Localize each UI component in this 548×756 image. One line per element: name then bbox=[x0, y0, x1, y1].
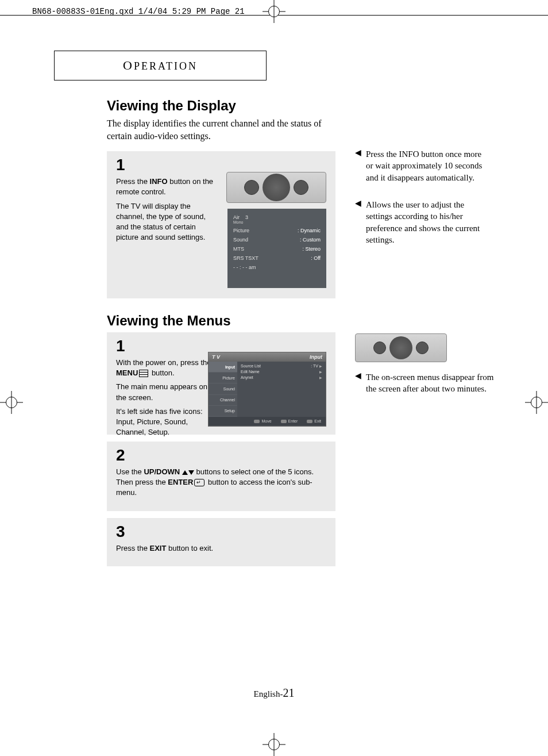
remote-btn-icon bbox=[416, 341, 429, 354]
step-box-menu-1: 1 With the power on, press the MENU butt… bbox=[107, 332, 335, 435]
osd-mono: Mono bbox=[233, 220, 248, 224]
menu-side-channel: Channel bbox=[209, 395, 237, 406]
m1-post: button. bbox=[149, 369, 174, 377]
registration-mark-bottom bbox=[263, 733, 285, 756]
osd-sound-v: : Custom bbox=[300, 237, 321, 243]
note-arrow-icon: ◀ bbox=[355, 148, 361, 183]
step-text-menu-2: Use the UP/DOWN buttons to select one of… bbox=[116, 467, 326, 498]
osd-picture-v: : Dynamic bbox=[298, 228, 321, 233]
note-arrow-icon: ◀ bbox=[355, 371, 361, 395]
osd-sound-k: Sound bbox=[233, 237, 248, 243]
side-notes-display: ◀ Press the INFO button once more or wai… bbox=[355, 148, 491, 191]
updown-icon bbox=[182, 467, 194, 476]
section-header-box: OPERATION bbox=[54, 51, 267, 80]
note-menus-1: The on-screen menus disappear from the s… bbox=[366, 371, 504, 395]
page-footer: English-21 bbox=[0, 686, 548, 700]
remote-btn-icon bbox=[373, 341, 386, 354]
remote-dpad-icon bbox=[389, 336, 412, 359]
step-text-menu-1: With the power on, press the MENU button… bbox=[116, 358, 219, 438]
chevron-right-icon: ▶ bbox=[319, 375, 322, 379]
note-arrow-icon: ◀ bbox=[355, 199, 361, 245]
registration-mark-top bbox=[263, 0, 285, 23]
step-box-display-1: 1 Press the INFO button on the remote co… bbox=[107, 151, 335, 298]
m1-pre: With the power on, press the bbox=[116, 358, 211, 367]
m3-pre: Press the bbox=[116, 544, 150, 552]
step1-pre: Press the bbox=[116, 177, 150, 186]
side-notes-display-2: ◀ Allows the user to adjust the settings… bbox=[355, 199, 491, 254]
m3-post: button to exit. bbox=[166, 544, 213, 552]
remote-dpad-icon bbox=[263, 174, 290, 201]
osd-picture-k: Picture bbox=[233, 228, 249, 233]
heading-viewing-display: Viewing the Display bbox=[107, 98, 503, 114]
menu-row-sourcelist-val: : TV bbox=[311, 364, 318, 368]
step-number-m2: 2 bbox=[116, 447, 326, 463]
osd-srs-k: SRS TSXT bbox=[233, 255, 258, 261]
registration-mark-right bbox=[525, 391, 548, 414]
menu-row-sourcelist: Source List bbox=[241, 364, 261, 368]
step-box-menu-3: 3 Press the EXIT button to exit. bbox=[107, 518, 335, 566]
m1-line2: The main menu appears on the screen. bbox=[116, 382, 219, 402]
osd-air-label: Air bbox=[233, 214, 240, 220]
menu-footer-exit: Exit bbox=[307, 419, 321, 423]
m1-line3: It's left side has five icons: Input, Pi… bbox=[116, 406, 219, 438]
step1-bold: INFO bbox=[150, 177, 168, 186]
remote-btn-icon bbox=[244, 180, 259, 195]
section-header-label: OPERATION bbox=[123, 58, 198, 73]
registration-mark-left bbox=[0, 391, 23, 414]
menu-side-picture: Picture bbox=[209, 373, 237, 383]
menu-footer-enter: Enter bbox=[281, 419, 298, 423]
step-box-menu-2: 2 Use the UP/DOWN buttons to select one … bbox=[107, 442, 335, 511]
side-notes-menus: ◀ The on-screen menus disappear from the… bbox=[355, 371, 504, 403]
menu-side-input: Input bbox=[209, 362, 237, 373]
footer-page: 21 bbox=[283, 686, 294, 699]
enter-icon bbox=[194, 479, 204, 486]
chevron-right-icon: ▶ bbox=[319, 370, 322, 374]
remote-diagram bbox=[226, 172, 326, 203]
m2-pre: Use the bbox=[116, 467, 144, 476]
chevron-right-icon: ▶ bbox=[319, 364, 322, 368]
step-number-m3: 3 bbox=[116, 524, 326, 540]
intro-viewing-display: The display identifies the current chann… bbox=[107, 117, 331, 142]
step-text-menu-3: Press the EXIT button to exit. bbox=[116, 543, 326, 554]
step-number-1: 1 bbox=[116, 157, 326, 173]
note-display-1: Press the INFO button once more or wait … bbox=[366, 148, 491, 183]
menu-side-setup: Setup bbox=[209, 406, 237, 417]
step1-line2: The TV will display the channel, the typ… bbox=[116, 201, 219, 243]
menu-footer-move: Move bbox=[254, 419, 271, 423]
osd-srs-v: : Off bbox=[311, 255, 321, 261]
osd-info-panel: Air 3 Mono Picture: Dynamic Sound: Custo… bbox=[227, 209, 326, 288]
remote-diagram-small bbox=[355, 333, 447, 362]
menu-side-sound: Sound bbox=[209, 383, 237, 394]
remote-btn-icon bbox=[294, 180, 308, 195]
menu-row-editname: Edit Name bbox=[241, 370, 260, 374]
menu-osd-panel: T V Input Input Picture Sound Channel Se… bbox=[208, 352, 326, 427]
menu-icon bbox=[139, 370, 148, 377]
menu-row-anynet: Anynet bbox=[241, 375, 253, 379]
footer-lang: English- bbox=[254, 689, 283, 699]
step-text-display-1: Press the INFO button on the remote cont… bbox=[116, 176, 219, 243]
m3-bold: EXIT bbox=[150, 544, 167, 552]
osd-air-val: 3 bbox=[245, 214, 248, 220]
heading-viewing-menus: Viewing the Menus bbox=[107, 313, 503, 329]
osd-time: - - : - - am bbox=[233, 264, 256, 270]
note-display-2: Allows the user to adjust the settings a… bbox=[366, 199, 491, 245]
m2-bold: UP/DOWN bbox=[144, 467, 180, 476]
menu-topbar-left: T V bbox=[212, 354, 220, 360]
osd-mts-v: : Stereo bbox=[302, 246, 321, 252]
menu-topbar-right: Input bbox=[310, 354, 322, 360]
m2-bold2: ENTER bbox=[168, 478, 193, 486]
m1-bold: MENU bbox=[116, 369, 138, 377]
osd-mts-k: MTS bbox=[233, 246, 244, 252]
